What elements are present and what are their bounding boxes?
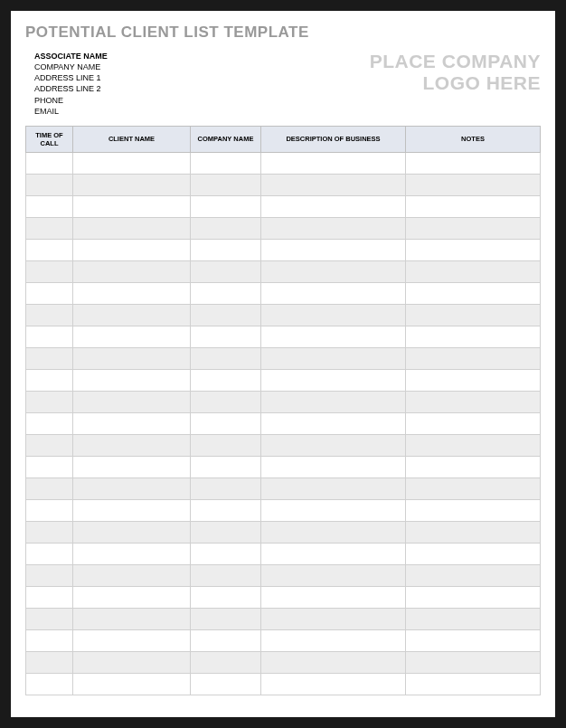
table-row (26, 499, 541, 521)
table-cell-client (73, 174, 191, 195)
table-cell-notes (406, 174, 541, 195)
table-cell-company (191, 347, 261, 369)
table-cell-company (191, 260, 261, 282)
table-cell-notes (406, 673, 541, 695)
table-cell-client (73, 217, 191, 239)
table-row (26, 217, 541, 239)
associate-field: COMPANY NAME (34, 61, 108, 72)
table-cell-client (73, 564, 191, 586)
table-row (26, 304, 541, 326)
table-cell-client (73, 629, 191, 651)
table-cell-time (26, 629, 73, 651)
associate-field: ADDRESS LINE 2 (34, 83, 108, 94)
table-cell-desc (261, 477, 406, 499)
associate-block: ASSOCIATE NAME COMPANY NAME ADDRESS LINE… (34, 51, 108, 117)
associate-name-label: ASSOCIATE NAME (34, 51, 108, 61)
table-row (26, 174, 541, 195)
table-cell-company (191, 412, 261, 434)
table-cell-company (191, 391, 261, 412)
table-cell-time (26, 369, 73, 391)
table-cell-client (73, 326, 191, 347)
associate-field: ADDRESS LINE 1 (34, 72, 108, 83)
table-cell-notes (406, 195, 541, 217)
table-cell-client (73, 369, 191, 391)
associate-field: PHONE (34, 95, 108, 106)
table-cell-notes (406, 282, 541, 304)
table-cell-client (73, 586, 191, 608)
table-cell-desc (261, 629, 406, 651)
table-cell-notes (406, 543, 541, 564)
table-cell-company (191, 282, 261, 304)
table-cell-desc (261, 326, 406, 347)
table-cell-desc (261, 434, 406, 456)
associate-field: EMAIL (34, 106, 108, 117)
table-cell-company (191, 326, 261, 347)
table-cell-company (191, 586, 261, 608)
table-row (26, 629, 541, 651)
table-cell-desc (261, 369, 406, 391)
table-cell-notes (406, 651, 541, 673)
table-cell-time (26, 152, 73, 174)
table-cell-notes (406, 304, 541, 326)
table-row (26, 282, 541, 304)
table-row (26, 391, 541, 412)
table-row (26, 477, 541, 499)
table-cell-company (191, 673, 261, 695)
table-cell-company (191, 239, 261, 260)
page-title: POTENTIAL CLIENT LIST TEMPLATE (25, 24, 541, 42)
table-cell-desc (261, 217, 406, 239)
table-cell-company (191, 369, 261, 391)
table-cell-notes (406, 499, 541, 521)
col-header-client: CLIENT NAME (73, 126, 191, 152)
table-cell-desc (261, 412, 406, 434)
table-cell-notes (406, 152, 541, 174)
table-cell-client (73, 391, 191, 412)
client-table: TIME OF CALL CLIENT NAME COMPANY NAME DE… (25, 126, 541, 695)
col-header-notes: NOTES (406, 126, 541, 152)
table-cell-client (73, 521, 191, 543)
table-cell-notes (406, 369, 541, 391)
table-cell-notes (406, 564, 541, 586)
table-cell-desc (261, 391, 406, 412)
logo-line-2: LOGO HERE (370, 72, 541, 94)
table-cell-notes (406, 477, 541, 499)
table-row (26, 347, 541, 369)
table-cell-notes (406, 608, 541, 629)
table-cell-company (191, 499, 261, 521)
col-header-time: TIME OF CALL (26, 126, 73, 152)
header-row: ASSOCIATE NAME COMPANY NAME ADDRESS LINE… (25, 51, 541, 117)
table-row (26, 543, 541, 564)
table-cell-desc (261, 152, 406, 174)
table-cell-company (191, 629, 261, 651)
table-cell-time (26, 304, 73, 326)
table-cell-desc (261, 260, 406, 282)
table-cell-company (191, 651, 261, 673)
table-row (26, 651, 541, 673)
table-cell-client (73, 239, 191, 260)
table-cell-company (191, 217, 261, 239)
table-row (26, 434, 541, 456)
table-row (26, 456, 541, 477)
table-cell-notes (406, 434, 541, 456)
table-cell-notes (406, 456, 541, 477)
table-cell-company (191, 195, 261, 217)
table-cell-notes (406, 326, 541, 347)
table-cell-notes (406, 521, 541, 543)
table-cell-time (26, 347, 73, 369)
table-cell-company (191, 456, 261, 477)
table-cell-notes (406, 217, 541, 239)
table-cell-company (191, 174, 261, 195)
table-cell-time (26, 326, 73, 347)
table-row (26, 195, 541, 217)
table-cell-company (191, 434, 261, 456)
table-cell-desc (261, 543, 406, 564)
table-cell-client (73, 608, 191, 629)
table-cell-client (73, 477, 191, 499)
table-cell-time (26, 543, 73, 564)
table-cell-client (73, 152, 191, 174)
table-cell-time (26, 608, 73, 629)
table-cell-client (73, 260, 191, 282)
table-cell-time (26, 586, 73, 608)
table-cell-time (26, 282, 73, 304)
table-cell-desc (261, 282, 406, 304)
